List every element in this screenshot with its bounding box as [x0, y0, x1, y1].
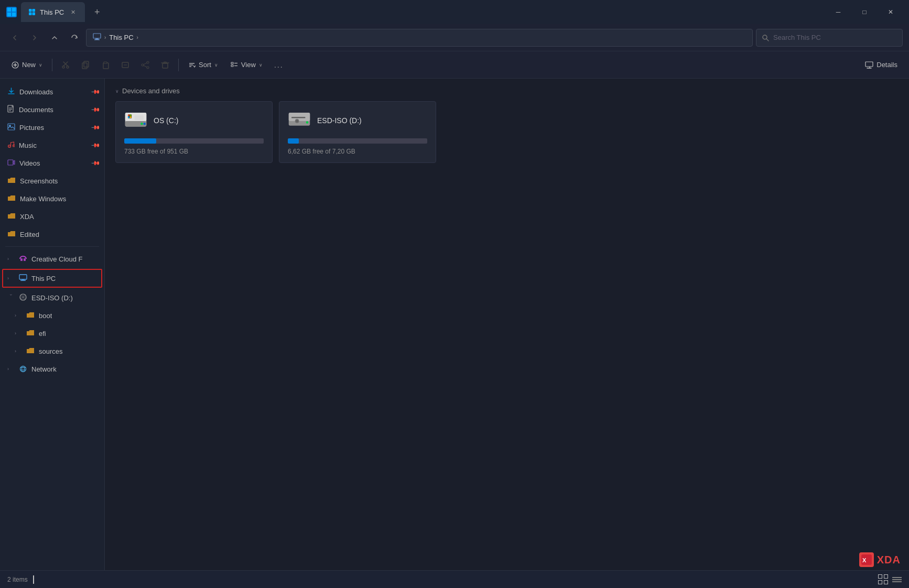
section-chevron: ∨: [115, 89, 119, 94]
network-icon: [19, 365, 27, 374]
svg-rect-49: [8, 124, 15, 130]
view-icon: [231, 61, 238, 69]
svg-rect-22: [103, 63, 109, 69]
address-bar[interactable]: › This PC ›: [86, 29, 753, 47]
view-label: View: [241, 61, 256, 69]
sidebar-item-edited[interactable]: Edited: [0, 225, 104, 243]
svg-text:X: X: [862, 557, 867, 563]
esd-iso-icon: [19, 293, 27, 302]
sidebar-item-creative-cloud-label: Creative Cloud F: [31, 255, 83, 263]
copy-button[interactable]: [77, 56, 94, 74]
sidebar-divider-1: [5, 246, 99, 247]
forward-button[interactable]: [26, 29, 43, 46]
paste-button[interactable]: [96, 56, 114, 74]
cut-button[interactable]: [57, 56, 74, 74]
new-label: New: [22, 61, 36, 69]
details-icon: [865, 61, 873, 69]
view-chevron: ∨: [259, 62, 263, 68]
copy-icon: [81, 61, 90, 69]
sidebar-item-makewindows[interactable]: Make Windows: [0, 190, 104, 208]
close-button[interactable]: ✕: [879, 2, 903, 22]
back-button[interactable]: [6, 29, 23, 46]
drive-d-name: ESD-ISO (D:): [317, 116, 362, 125]
main-layout: Downloads 📌 Documents 📌 Pictures 📌 Music…: [0, 79, 909, 570]
xda-folder-icon: [7, 212, 16, 221]
svg-rect-37: [231, 62, 233, 64]
more-button[interactable]: ...: [270, 56, 288, 74]
new-tab-button[interactable]: +: [89, 4, 105, 20]
active-tab[interactable]: This PC ✕: [21, 2, 85, 22]
sidebar-item-this-pc[interactable]: › This PC: [2, 269, 102, 288]
drive-d-space: 6,62 GB free of 7,20 GB: [288, 148, 427, 155]
maximize-button[interactable]: □: [852, 2, 876, 22]
sidebar-item-music[interactable]: Music 📌: [0, 136, 104, 154]
svg-point-19: [67, 66, 69, 68]
details-button[interactable]: Details: [860, 58, 903, 72]
svg-rect-55: [24, 258, 26, 261]
share-button[interactable]: [136, 56, 154, 74]
sidebar-item-screenshots[interactable]: Screenshots: [0, 172, 104, 190]
sort-chevron: ∨: [214, 62, 218, 68]
drive-d-bar-fill: [288, 138, 299, 144]
esd-iso-chevron: ›: [8, 294, 14, 301]
drive-card-c[interactable]: OS (C:) 733 GB free of 951 GB: [115, 101, 273, 163]
sidebar-item-esd-iso-label: ESD-ISO (D:): [31, 294, 73, 302]
refresh-button[interactable]: [66, 29, 83, 46]
view-list-icon[interactable]: [892, 577, 902, 582]
svg-line-12: [766, 39, 769, 41]
delete-button[interactable]: [156, 56, 174, 74]
sidebar-item-documents[interactable]: Documents 📌: [0, 101, 104, 118]
status-cursor: [33, 575, 34, 584]
svg-point-61: [22, 296, 24, 298]
drive-c-bar-fill: [124, 138, 156, 144]
view-grid-icon[interactable]: [878, 574, 888, 584]
new-button[interactable]: New ∨: [6, 56, 48, 74]
sidebar-item-xda[interactable]: XDA: [0, 208, 104, 225]
sidebar-item-documents-label: Documents: [19, 106, 53, 114]
svg-rect-69: [125, 121, 146, 127]
svg-rect-6: [29, 13, 32, 16]
devices-drives-header: ∨ Devices and drives: [115, 87, 899, 95]
drive-d-icon: [288, 109, 311, 132]
details-label: Details: [876, 61, 897, 69]
sidebar-item-downloads[interactable]: Downloads 📌: [0, 83, 104, 101]
sidebar: Downloads 📌 Documents 📌 Pictures 📌 Music…: [0, 79, 105, 570]
drive-c-icon: [124, 109, 147, 132]
rename-button[interactable]: [116, 56, 134, 74]
sidebar-item-network[interactable]: › Network: [0, 360, 104, 378]
creative-cloud-icon: [19, 255, 27, 264]
item-count: 2 items: [7, 576, 28, 583]
sidebar-item-videos[interactable]: Videos 📌: [0, 154, 104, 172]
pin-icon-documents: 📌: [90, 104, 100, 114]
sidebar-item-sources[interactable]: › sources: [0, 342, 104, 360]
app-icon: [6, 7, 17, 17]
sidebar-item-creative-cloud[interactable]: › Creative Cloud F: [0, 250, 104, 268]
sort-icon: [188, 61, 196, 69]
this-pc-chevron: ›: [7, 276, 15, 281]
pin-icon-downloads: 📌: [90, 86, 100, 96]
edited-folder-icon: [7, 230, 16, 239]
network-chevron: ›: [7, 366, 15, 372]
rename-icon: [121, 61, 129, 69]
creative-cloud-chevron: ›: [7, 256, 15, 262]
svg-rect-80: [289, 113, 310, 121]
search-placeholder: Search This PC: [773, 34, 821, 41]
drive-card-d[interactable]: ESD-ISO (D:) 6,62 GB free of 7,20 GB: [279, 101, 436, 163]
minimize-button[interactable]: ─: [826, 2, 850, 22]
sidebar-item-boot[interactable]: › boot: [0, 307, 104, 324]
view-button[interactable]: View ∨: [225, 56, 268, 74]
sort-button[interactable]: Sort ∨: [183, 56, 223, 74]
tab-close-button[interactable]: ✕: [68, 7, 78, 17]
search-bar[interactable]: Search This PC: [756, 29, 903, 47]
svg-rect-41: [865, 62, 873, 67]
up-button[interactable]: [46, 29, 63, 46]
sidebar-item-efi[interactable]: › efi: [0, 324, 104, 342]
sidebar-item-efi-label: efi: [39, 330, 46, 337]
sidebar-item-esd-iso[interactable]: › ESD-ISO (D:): [0, 289, 104, 307]
drive-c-name: OS (C:): [154, 116, 178, 125]
svg-rect-23: [104, 62, 107, 63]
sort-label: Sort: [199, 61, 211, 69]
svg-point-18: [62, 66, 64, 68]
sidebar-item-pictures[interactable]: Pictures 📌: [0, 118, 104, 136]
address-bar-location: This PC: [109, 34, 133, 41]
